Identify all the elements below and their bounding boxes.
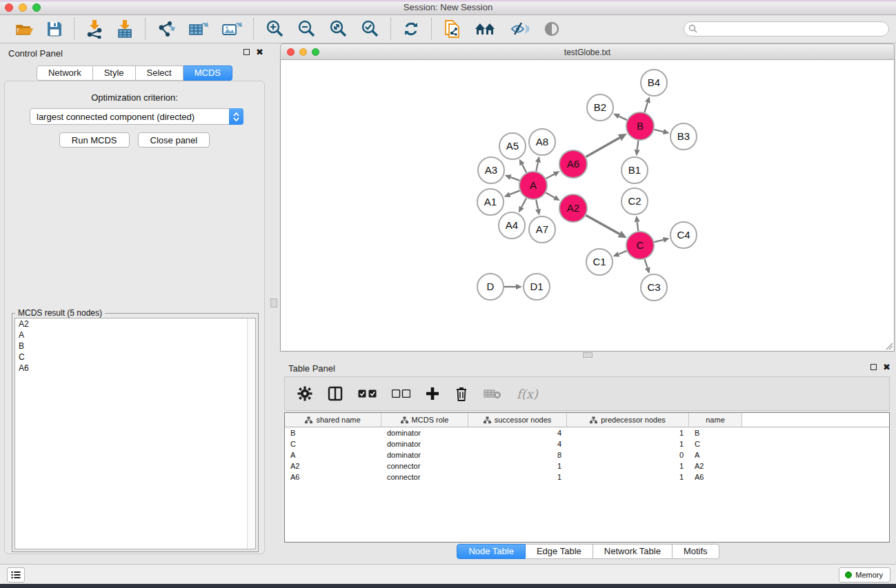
export-table-button[interactable] bbox=[188, 19, 209, 39]
tab-style[interactable]: Style bbox=[93, 65, 136, 81]
graph-edge[interactable] bbox=[619, 251, 627, 254]
run-mcds-button[interactable]: Run MCDS bbox=[59, 132, 130, 148]
table-settings-button[interactable] bbox=[297, 386, 312, 401]
table-row[interactable]: Bdominator41B bbox=[285, 427, 889, 438]
result-item[interactable]: C bbox=[15, 352, 255, 363]
show-columns-button[interactable] bbox=[328, 386, 343, 401]
table-cell: B bbox=[689, 429, 742, 437]
tab-network[interactable]: Network bbox=[37, 65, 93, 81]
zoom-fit-button[interactable] bbox=[328, 19, 348, 39]
titlebar: Session: New Session bbox=[0, 0, 896, 15]
column-header[interactable]: MCDS role bbox=[381, 413, 468, 427]
open-session-button[interactable] bbox=[16, 21, 34, 37]
network-graph[interactable]: B4B2BB3A5A8A6A3B1AA1C2A2A4A7C4CC1C3DD1 bbox=[281, 60, 894, 350]
table-cell: connector bbox=[381, 473, 468, 481]
float-table-panel-icon[interactable] bbox=[870, 364, 877, 370]
graph-edge[interactable] bbox=[644, 103, 648, 112]
table-row[interactable]: A2connector11A2 bbox=[285, 460, 889, 472]
zoom-in-button[interactable] bbox=[265, 19, 284, 39]
table-cell: 0 bbox=[567, 451, 689, 459]
zoom-selected-button[interactable] bbox=[360, 19, 379, 39]
result-item[interactable]: A6 bbox=[15, 363, 255, 374]
import-table-button[interactable] bbox=[116, 19, 134, 39]
resize-grip-icon[interactable] bbox=[885, 342, 893, 350]
graph-edge[interactable] bbox=[645, 259, 648, 268]
export-network-button[interactable] bbox=[157, 19, 176, 39]
table-cell: 1 bbox=[468, 473, 567, 481]
first-neighbors-button[interactable] bbox=[475, 21, 497, 37]
save-session-button[interactable] bbox=[46, 21, 63, 37]
tab-node-table[interactable]: Node Table bbox=[457, 544, 526, 559]
graph-edge[interactable] bbox=[546, 174, 555, 179]
graph-edge[interactable] bbox=[654, 130, 663, 132]
toolbar-separator bbox=[74, 18, 74, 40]
vertical-divider-handle[interactable] bbox=[270, 298, 277, 307]
mcds-result-list[interactable]: A2ABCA6 bbox=[14, 318, 256, 549]
graph-edge[interactable] bbox=[654, 240, 663, 242]
float-panel-icon[interactable] bbox=[243, 49, 250, 55]
export-image-button[interactable] bbox=[221, 19, 242, 39]
import-network-icon bbox=[86, 19, 103, 39]
network-canvas[interactable]: B4B2BB3A5A8A6A3B1AA1C2A2A4A7C4CC1C3DD1 bbox=[280, 60, 895, 352]
graph-edge[interactable] bbox=[637, 222, 639, 231]
task-history-button[interactable] bbox=[7, 567, 25, 582]
optimization-criterion-select[interactable]: largest connected component (directed) bbox=[30, 108, 243, 125]
graph-edge[interactable] bbox=[510, 177, 519, 181]
delete-columns-button[interactable] bbox=[455, 386, 468, 401]
horizontal-divider-handle[interactable] bbox=[583, 352, 593, 358]
column-header[interactable]: predecessor nodes bbox=[567, 413, 689, 427]
graph-edge[interactable] bbox=[536, 162, 538, 171]
duplicate-network-button[interactable] bbox=[443, 19, 462, 39]
close-table-panel-icon[interactable]: ✖ bbox=[883, 363, 890, 371]
hide-graphics-details-button[interactable] bbox=[509, 21, 530, 37]
memory-status-icon bbox=[845, 571, 852, 578]
eye-icon bbox=[542, 21, 561, 37]
graph-edge[interactable] bbox=[521, 199, 526, 207]
column-type-icon bbox=[305, 416, 312, 424]
column-header[interactable]: shared name bbox=[285, 413, 381, 427]
function-builder-button[interactable]: f(x) bbox=[517, 387, 538, 401]
node-label: C3 bbox=[647, 281, 660, 293]
table-row[interactable]: A6connector11A6 bbox=[285, 472, 889, 483]
refresh-button[interactable] bbox=[402, 20, 420, 38]
result-item[interactable]: B bbox=[15, 341, 255, 352]
result-item[interactable]: A2 bbox=[15, 318, 255, 330]
tab-motifs[interactable]: Motifs bbox=[673, 544, 719, 559]
graph-edge[interactable] bbox=[522, 165, 526, 173]
node-label: A bbox=[530, 179, 537, 191]
graph-edge[interactable] bbox=[586, 138, 619, 157]
delete-table-button[interactable] bbox=[484, 388, 501, 399]
graph-edge[interactable] bbox=[586, 215, 619, 234]
tab-select[interactable]: Select bbox=[136, 65, 183, 81]
column-type-icon bbox=[590, 416, 597, 424]
result-item[interactable]: A bbox=[15, 330, 255, 341]
show-graphics-details-button[interactable] bbox=[542, 21, 561, 37]
graph-edge[interactable] bbox=[536, 200, 538, 210]
graph-edge[interactable] bbox=[637, 141, 639, 150]
import-network-button[interactable] bbox=[86, 19, 103, 39]
graph-edge[interactable] bbox=[546, 192, 555, 197]
create-column-button[interactable] bbox=[426, 387, 439, 401]
select-all-columns-button[interactable] bbox=[358, 389, 377, 398]
node-table[interactable]: shared nameMCDS rolesuccessor nodesprede… bbox=[284, 412, 890, 543]
network-window-titlebar[interactable]: testGlobe.txt bbox=[280, 43, 895, 60]
result-scrollbar[interactable] bbox=[247, 318, 255, 549]
toolbar-separator bbox=[431, 18, 432, 40]
table-cell: connector bbox=[381, 462, 468, 470]
tab-edge-table[interactable]: Edge Table bbox=[526, 544, 593, 559]
close-panel-icon[interactable]: ✖ bbox=[256, 48, 263, 56]
vertical-split-divider[interactable] bbox=[269, 43, 280, 564]
graph-edge[interactable] bbox=[510, 191, 519, 195]
tab-network-table[interactable]: Network Table bbox=[593, 544, 673, 559]
table-row[interactable]: Cdominator41C bbox=[285, 438, 889, 449]
column-header[interactable]: name bbox=[689, 413, 742, 427]
memory-button[interactable]: Memory bbox=[839, 567, 890, 582]
table-row[interactable]: Adominator80A bbox=[285, 449, 889, 460]
search-input[interactable] bbox=[684, 21, 889, 37]
zoom-out-button[interactable] bbox=[297, 19, 316, 39]
column-header[interactable]: successor nodes bbox=[468, 413, 567, 427]
graph-edge[interactable] bbox=[619, 116, 627, 120]
unselect-all-columns-button[interactable] bbox=[392, 389, 410, 398]
tab-mcds[interactable]: MCDS bbox=[183, 65, 232, 81]
close-panel-button[interactable]: Close panel bbox=[138, 132, 210, 148]
